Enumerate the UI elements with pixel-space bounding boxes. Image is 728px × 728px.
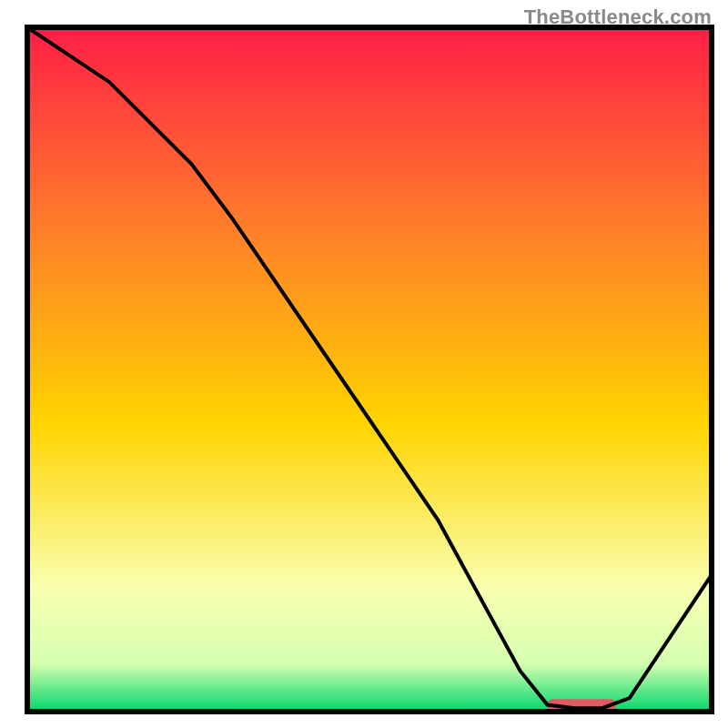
- gradient-background: [27, 27, 712, 712]
- bottleneck-chart: [0, 0, 728, 728]
- chart-frame: TheBottleneck.com: [0, 0, 728, 728]
